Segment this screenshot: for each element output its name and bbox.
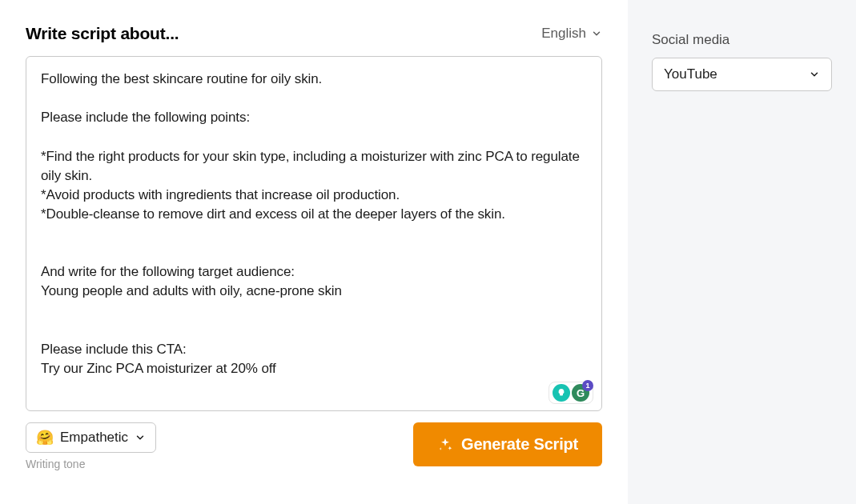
social-media-value: YouTube [664, 66, 717, 82]
chevron-down-icon [135, 432, 146, 443]
social-media-select[interactable]: YouTube [652, 58, 832, 91]
assistant-badges: G 1 [549, 382, 593, 404]
script-textarea[interactable]: Following the best skincare routine for … [26, 57, 601, 410]
page-title: Write script about... [26, 24, 179, 43]
generate-script-button[interactable]: Generate Script [413, 422, 602, 466]
script-input-container: Following the best skincare routine for … [26, 56, 602, 411]
language-select[interactable]: English [541, 26, 602, 42]
tone-select[interactable]: 🤗 Empathetic [26, 422, 156, 453]
sparkle-icon [437, 437, 453, 453]
language-value: English [541, 26, 586, 42]
social-media-label: Social media [652, 32, 832, 48]
hint-icon[interactable] [553, 384, 570, 402]
tone-value: Empathetic [60, 430, 128, 446]
tone-caption: Writing tone [26, 458, 156, 470]
hug-emoji-icon: 🤗 [36, 430, 54, 445]
grammarly-icon[interactable]: G 1 [572, 384, 589, 402]
chevron-down-icon [809, 69, 820, 80]
grammarly-count-badge: 1 [582, 380, 593, 391]
chevron-down-icon [591, 28, 602, 39]
generate-button-label: Generate Script [461, 435, 578, 454]
